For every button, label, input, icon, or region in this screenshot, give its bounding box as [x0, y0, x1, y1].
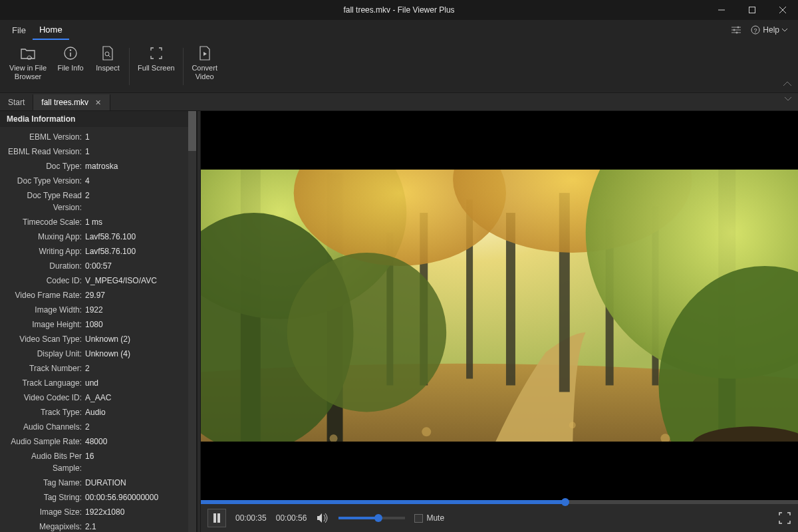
volume-thumb[interactable] [374, 514, 382, 522]
info-value: Unknown (4) [85, 348, 192, 360]
progress-fill [201, 500, 565, 504]
ribbon-label: Convert Video [192, 64, 217, 81]
info-row: Writing App:Lavf58.76.100 [0, 244, 196, 259]
maximize-icon [749, 7, 755, 13]
info-label: Audio Sample Rate: [4, 436, 85, 448]
info-row: Track Language:und [0, 376, 196, 390]
tab-start[interactable]: Start [0, 94, 33, 110]
progress-thumb[interactable] [561, 498, 569, 506]
info-value: 2.1 [85, 521, 192, 532]
collapse-ribbon-button[interactable] [783, 80, 793, 90]
convert-icon [197, 45, 213, 61]
current-time: 00:00:35 [235, 513, 267, 523]
ribbon-separator [183, 48, 184, 85]
inspect-icon [100, 45, 116, 61]
info-label: Display Unit: [4, 348, 85, 360]
media-info-header: Media Information [0, 111, 196, 127]
info-value: 1080 [85, 319, 192, 331]
tabbar: Start fall trees.mkv ✕ [0, 93, 798, 111]
video-frame[interactable] [201, 111, 798, 500]
info-value: 1922x1080 [85, 506, 192, 518]
info-row: EBML Version:1 [0, 130, 196, 144]
info-label: EBML Version: [4, 131, 85, 143]
close-icon [779, 7, 786, 13]
info-row: Megapixels:2.1 [0, 519, 196, 532]
svg-point-8 [733, 29, 735, 31]
maximize-button[interactable] [737, 0, 767, 20]
info-row: Audio Bits Per Sample:16 [0, 449, 196, 475]
inspect-button[interactable]: Inspect [89, 43, 126, 90]
ribbon-label: File Info [57, 64, 83, 72]
titlebar: fall trees.mkv - File Viewer Plus [0, 0, 798, 20]
info-row: Codec ID:V_MPEG4/ISO/AVC [0, 273, 196, 288]
video-controls: 00:00:35 00:00:56 Mute [201, 500, 798, 532]
svg-text:?: ? [754, 27, 757, 34]
ribbon-label: Inspect [96, 64, 119, 72]
info-label: Doc Type Version: [4, 175, 85, 187]
file-info-button[interactable]: File Info [52, 43, 89, 90]
info-value: 2 [85, 362, 192, 374]
info-row: Video Frame Rate:29.97 [0, 288, 196, 303]
info-value: matroska [85, 160, 192, 172]
sidebar-scrollbar[interactable] [188, 111, 196, 532]
info-value: A_AAC [85, 392, 192, 404]
convert-video-button[interactable]: Convert Video [186, 43, 223, 90]
info-label: EBML Read Version: [4, 146, 85, 158]
folder-icon [20, 45, 36, 61]
view-in-browser-button[interactable]: View in File Browser [4, 43, 52, 90]
info-label: Video Scan Type: [4, 333, 85, 345]
info-value: und [85, 377, 192, 389]
info-label: Timecode Scale: [4, 216, 85, 228]
svg-point-9 [736, 32, 738, 34]
info-row: Doc Type Version:4 [0, 174, 196, 188]
ribbon-label: View in File Browser [9, 64, 47, 81]
info-row: Audio Sample Rate:48000 [0, 434, 196, 449]
info-value: Lavf58.76.100 [85, 231, 192, 243]
ribbon-separator [129, 48, 130, 85]
pause-button[interactable] [207, 509, 226, 527]
video-still-image [201, 170, 798, 442]
info-label: Muxing App: [4, 231, 85, 243]
menu-home[interactable]: Home [33, 21, 69, 40]
info-row: Doc Type Read Version:2 [0, 188, 196, 215]
svg-point-34 [287, 253, 446, 412]
menubar: File Home ? Help [0, 20, 798, 40]
help-menu[interactable]: ? Help [751, 25, 787, 35]
fullscreen-video-button[interactable] [778, 511, 791, 525]
volume-fill [338, 517, 378, 519]
ribbon-label: Full Screen [138, 64, 175, 72]
settings-icon[interactable] [731, 25, 741, 35]
close-button[interactable] [767, 0, 798, 20]
info-row: Duration:0:00:57 [0, 259, 196, 273]
info-value: V_MPEG4/ISO/AVC [85, 275, 192, 287]
tab-close-button[interactable]: ✕ [94, 98, 102, 106]
info-label: Video Frame Rate: [4, 289, 85, 301]
info-row: Image Width:1922 [0, 303, 196, 317]
info-row: Tag String:00:00:56.960000000 [0, 490, 196, 505]
info-value: DURATION [85, 477, 192, 489]
tab-file[interactable]: fall trees.mkv ✕ [33, 94, 110, 110]
info-value: 16 [85, 450, 192, 474]
info-panel: Media Information EBML Version:1EBML Rea… [0, 111, 197, 532]
mute-checkbox[interactable]: Mute [414, 513, 444, 523]
help-label: Help [763, 25, 779, 35]
info-label: Image Height: [4, 319, 85, 331]
tab-menu-button[interactable] [785, 97, 794, 106]
window-controls [706, 0, 798, 20]
progress-bar[interactable] [201, 500, 798, 504]
main-area: Media Information EBML Version:1EBML Rea… [0, 111, 798, 532]
info-row: Track Type:Audio [0, 405, 196, 420]
info-row: Tag Name:DURATION [0, 475, 196, 490]
menu-file[interactable]: File [5, 21, 33, 39]
info-label: Tag String: [4, 491, 85, 503]
info-value: Lavf58.76.100 [85, 245, 192, 257]
fullscreen-button[interactable]: Full Screen [132, 43, 180, 90]
volume-button[interactable] [316, 511, 329, 525]
info-label: Image Size: [4, 506, 85, 518]
info-value: 0:00:57 [85, 260, 192, 272]
volume-slider[interactable] [338, 517, 405, 519]
svg-line-16 [108, 55, 110, 57]
minimize-button[interactable] [706, 0, 737, 20]
volume-icon [316, 512, 329, 524]
expand-icon [779, 512, 791, 524]
